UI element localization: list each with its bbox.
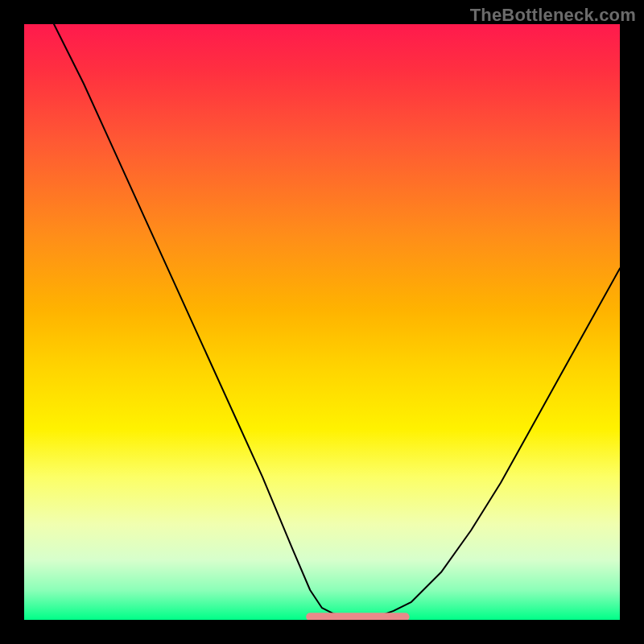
bottleneck-curve — [54, 24, 620, 617]
plot-area — [24, 24, 620, 620]
curve-svg — [24, 24, 620, 620]
watermark-text: TheBottleneck.com — [470, 5, 636, 26]
chart-frame: TheBottleneck.com — [0, 0, 644, 644]
